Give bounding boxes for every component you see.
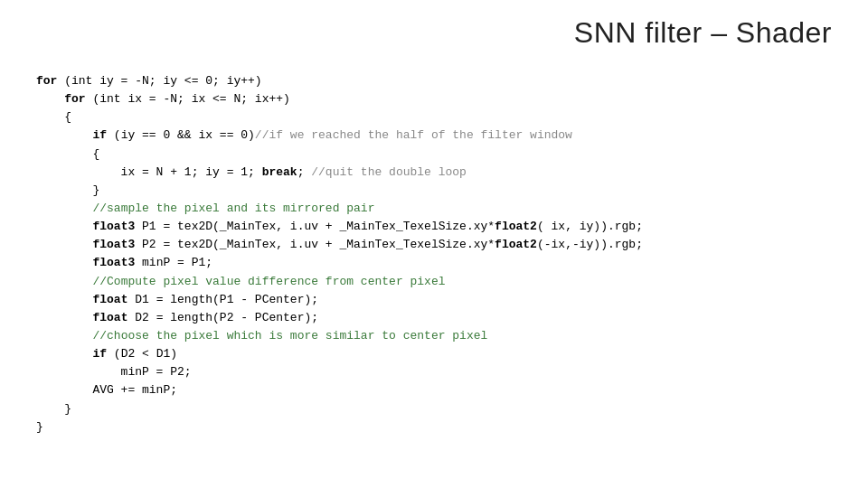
code-line-10: float3 P2 = tex2D(_MainTex, i.uv + _Main… [36,236,832,254]
page: SNN filter – Shader for (int iy = -N; iy… [0,0,868,488]
code-line-1: for (int iy = -N; iy <= 0; iy++) [36,72,832,90]
code-line-20: } [36,418,832,436]
code-line-5: { [36,145,832,164]
code-line-14: float D2 = length(P2 - PCenter); [36,309,832,327]
code-line-3: { [36,108,832,127]
code-line-4: if (iy == 0 && ix == 0)//if we reached t… [36,127,832,145]
code-line-15: //choose the pixel which is more similar… [36,327,832,345]
code-line-11: float3 minP = P1; [36,254,832,272]
code-line-9: float3 P1 = tex2D(_MainTex, i.uv + _Main… [36,218,832,236]
code-line-2: for (int ix = -N; ix <= N; ix++) [36,90,832,108]
code-line-12: //Compute pixel value difference from ce… [36,273,832,291]
code-line-18: AVG += minP; [36,381,832,399]
code-line-17: minP = P2; [36,363,832,381]
code-line-16: if (D2 < D1) [36,345,832,363]
code-line-6: ix = N + 1; iy = 1; break; //quit the do… [36,164,832,182]
code-line-19: } [36,400,832,418]
page-title: SNN filter – Shader [574,16,832,50]
code-line-7: } [36,182,832,200]
code-line-13: float D1 = length(P1 - PCenter); [36,291,832,309]
code-line-8: //sample the pixel and its mirrored pair [36,200,832,218]
code-block: for (int iy = -N; iy <= 0; iy++) for (in… [36,72,832,436]
